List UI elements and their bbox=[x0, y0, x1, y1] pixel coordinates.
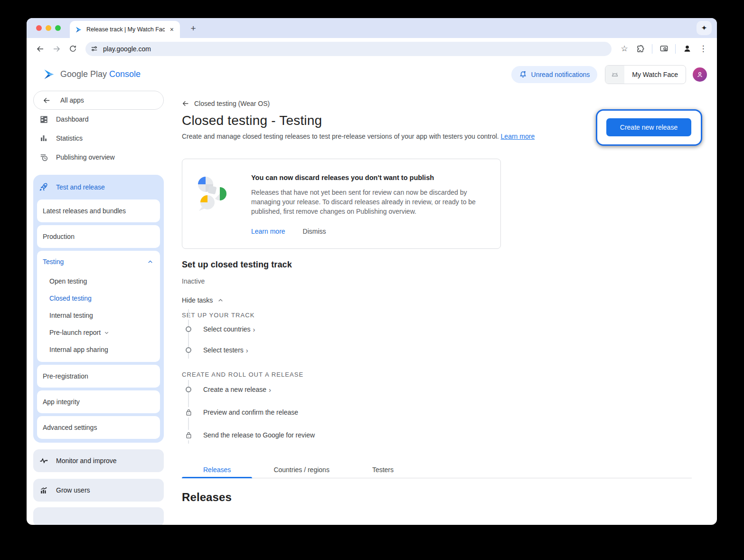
create-new-release-button[interactable]: Create new release bbox=[606, 118, 691, 136]
browser-menu-icon[interactable]: ⋮ bbox=[695, 41, 711, 57]
traffic-lights bbox=[36, 25, 61, 31]
browser-toolbar: play.google.com ☆ ⋮ bbox=[27, 38, 717, 59]
sidebar-section-monitor-and-improve[interactable]: Monitor and improve bbox=[33, 449, 164, 472]
back-icon[interactable] bbox=[32, 41, 48, 57]
hide-tasks-toggle[interactable]: Hide tasks bbox=[182, 296, 224, 304]
search-tabs-icon[interactable] bbox=[656, 41, 672, 57]
chevron-right-icon: › bbox=[253, 325, 255, 333]
item-label: Production bbox=[43, 233, 75, 240]
extensions-icon[interactable] bbox=[632, 41, 649, 57]
create-release-highlight: Create new release bbox=[596, 109, 702, 146]
tab-testers[interactable]: Testers bbox=[351, 462, 415, 478]
setup-track-heading: Set up closed testing track bbox=[182, 260, 717, 270]
sidebar-item-production[interactable]: Production bbox=[37, 225, 160, 248]
card-dismiss-button[interactable]: Dismiss bbox=[303, 228, 326, 235]
sidebar-item-internal-testing[interactable]: Internal testing bbox=[37, 307, 160, 324]
step-create-release[interactable]: Create a new release › bbox=[182, 384, 717, 395]
sidebar-group-testing: Testing Open testing Closed testing Inte… bbox=[37, 251, 160, 362]
card-body: Releases that have not yet been sent for… bbox=[251, 188, 479, 216]
url-text: play.google.com bbox=[103, 45, 151, 53]
chevron-right-icon: › bbox=[269, 386, 271, 394]
section-label: Grow users bbox=[56, 486, 90, 494]
sidebar-item-closed-testing[interactable]: Closed testing bbox=[37, 290, 160, 307]
step-ring-icon bbox=[186, 387, 191, 392]
toolbar-divider bbox=[652, 44, 652, 54]
tab-close-icon[interactable]: × bbox=[169, 26, 175, 33]
card-content: You can now discard releases you don't w… bbox=[251, 174, 479, 235]
sparkle-icon[interactable]: ✦ bbox=[697, 21, 712, 35]
minimize-window-button[interactable] bbox=[46, 25, 51, 31]
notifications-label: Unread notifications bbox=[531, 71, 590, 78]
step-select-countries[interactable]: Select countries › bbox=[182, 323, 717, 335]
item-label: Latest releases and bundles bbox=[43, 207, 126, 215]
sidebar-item-dashboard[interactable]: Dashboard bbox=[33, 110, 164, 129]
browser-window: Release track | My Watch Fac × + ✦ play.… bbox=[27, 18, 717, 525]
item-label: Internal testing bbox=[49, 312, 93, 319]
new-tab-button[interactable]: + bbox=[187, 22, 199, 35]
release-section-label: CREATE AND ROLL OUT A RELEASE bbox=[182, 371, 717, 378]
item-label: Advanced settings bbox=[43, 424, 97, 431]
item-label: Pre-registration bbox=[43, 372, 88, 380]
sidebar-section-grow-users[interactable]: Grow users bbox=[33, 479, 164, 502]
section-label: Monitor and improve bbox=[56, 457, 117, 465]
close-window-button[interactable] bbox=[36, 25, 42, 31]
statistics-icon bbox=[39, 133, 48, 143]
play-console-logo[interactable]: Google Play Console bbox=[43, 68, 141, 81]
track-section-label: SET UP YOUR TRACK bbox=[182, 312, 717, 319]
learn-more-link[interactable]: Learn more bbox=[501, 133, 535, 140]
rocket-icon bbox=[39, 182, 48, 192]
sidebar-item-open-testing[interactable]: Open testing bbox=[37, 273, 160, 290]
profile-icon[interactable] bbox=[679, 41, 695, 57]
sidebar-item-statistics[interactable]: Statistics bbox=[33, 129, 164, 148]
browser-tab[interactable]: Release track | My Watch Fac × bbox=[70, 21, 180, 38]
main-content: Closed testing (Wear OS) Closed testing … bbox=[169, 89, 717, 525]
step-select-testers[interactable]: Select testers › bbox=[182, 344, 717, 356]
step-ring-icon bbox=[186, 347, 191, 353]
reload-icon[interactable] bbox=[65, 41, 81, 57]
item-label: App integrity bbox=[43, 398, 80, 406]
card-learn-more-link[interactable]: Learn more bbox=[251, 228, 285, 235]
card-title: You can now discard releases you don't w… bbox=[251, 174, 479, 181]
site-settings-icon[interactable] bbox=[89, 44, 99, 54]
bookmark-star-icon[interactable]: ☆ bbox=[616, 41, 632, 57]
screenshot-canvas: Release track | My Watch Fac × + ✦ play.… bbox=[0, 0, 744, 560]
track-tabs: Releases Countries / regions Testers bbox=[182, 462, 692, 478]
section-label: Test and release bbox=[56, 183, 105, 191]
account-avatar[interactable] bbox=[693, 67, 707, 82]
tab-strip: Release track | My Watch Fac × + ✦ bbox=[27, 18, 717, 38]
step-preview-release: Preview and confirm the release bbox=[182, 407, 717, 418]
item-label: Pre-launch report bbox=[49, 329, 101, 336]
breadcrumb[interactable]: Closed testing (Wear OS) bbox=[182, 100, 717, 107]
discard-releases-card: You can now discard releases you don't w… bbox=[182, 159, 501, 249]
sidebar-item-internal-app-sharing[interactable]: Internal app sharing bbox=[37, 341, 160, 358]
forward-icon[interactable] bbox=[48, 41, 65, 57]
grow-users-icon bbox=[39, 485, 48, 495]
page-body: All apps Dashboard Statistics bbox=[27, 89, 717, 525]
chevron-up-icon bbox=[147, 259, 153, 265]
sidebar-section-partial[interactable] bbox=[33, 507, 164, 525]
tab-title: Release track | My Watch Fac bbox=[86, 26, 165, 33]
all-apps-button[interactable]: All apps bbox=[33, 91, 164, 110]
step-label: Select testers bbox=[203, 346, 244, 354]
chevron-down-icon bbox=[104, 330, 109, 335]
tab-countries-regions[interactable]: Countries / regions bbox=[252, 462, 351, 478]
test-and-release-header[interactable]: Test and release bbox=[33, 175, 164, 199]
address-bar[interactable]: play.google.com bbox=[85, 42, 612, 56]
sidebar-item-publishing-overview[interactable]: Publishing overview bbox=[33, 148, 164, 167]
app-selector[interactable]: My Watch Face bbox=[605, 65, 686, 84]
sidebar-item-app-integrity[interactable]: App integrity bbox=[37, 390, 160, 413]
sidebar: All apps Dashboard Statistics bbox=[27, 89, 169, 525]
lock-icon bbox=[184, 430, 193, 440]
dashboard-icon bbox=[39, 114, 48, 124]
unread-notifications-button[interactable]: Unread notifications bbox=[511, 66, 598, 83]
breadcrumb-label: Closed testing (Wear OS) bbox=[194, 100, 270, 107]
sidebar-item-testing[interactable]: Testing bbox=[37, 251, 160, 273]
toolbar-actions: ☆ ⋮ bbox=[616, 41, 711, 57]
sidebar-item-prelaunch-report[interactable]: Pre-launch report bbox=[37, 324, 160, 341]
maximize-window-button[interactable] bbox=[55, 25, 61, 31]
sidebar-item-latest-releases[interactable]: Latest releases and bundles bbox=[37, 199, 160, 222]
publishing-overview-icon bbox=[39, 152, 48, 162]
sidebar-item-advanced-settings[interactable]: Advanced settings bbox=[37, 416, 160, 439]
tab-releases[interactable]: Releases bbox=[182, 462, 252, 478]
sidebar-item-pre-registration[interactable]: Pre-registration bbox=[37, 365, 160, 388]
